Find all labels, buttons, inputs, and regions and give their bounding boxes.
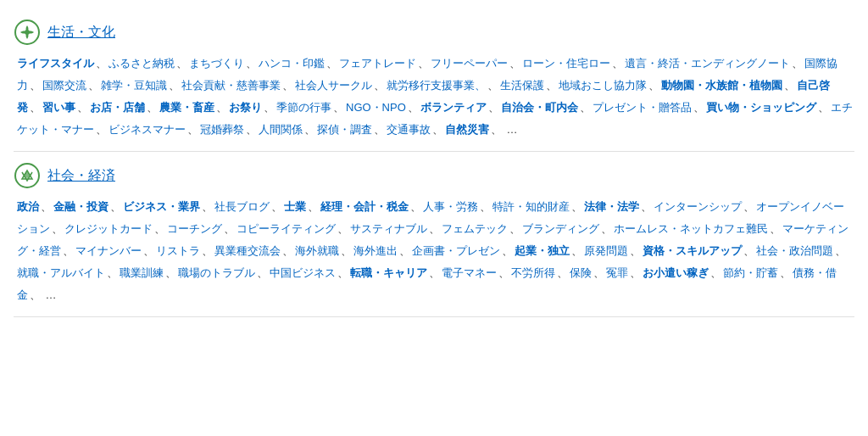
list-item[interactable]: プレゼント・贈答品 (593, 101, 692, 114)
list-item[interactable]: ボランティア (420, 101, 487, 114)
section-content-society: 政治、金融・投資、ビジネス・業界、社長ブログ、士業、経理・会計・税金、人事・労務… (14, 196, 854, 306)
separator: 、 (784, 79, 795, 92)
separator: 、 (107, 266, 118, 279)
list-item[interactable]: 季節の行事 (276, 101, 331, 114)
list-item[interactable]: リストラ (156, 244, 200, 257)
page-container: 生活・文化ライフスタイル、ふるさと納税、まちづくり、ハンコ・印鑑、フェアトレード… (0, 0, 868, 326)
separator: 、 (52, 222, 63, 235)
list-item[interactable]: ハンコ・印鑑 (259, 57, 325, 70)
list-item[interactable]: 生活保護 (500, 79, 544, 92)
list-item[interactable]: ライフスタイル (17, 57, 94, 70)
list-item[interactable]: お小遣い稼ぎ (643, 266, 709, 279)
list-item[interactable]: ブランディング (522, 222, 599, 235)
list-item[interactable]: 動物園・水族館・植物園 (661, 79, 782, 92)
list-item[interactable]: ビジネス・業界 (123, 200, 200, 213)
list-item[interactable]: NGO・NPO (346, 101, 406, 114)
list-item[interactable]: クレジットカード (64, 222, 153, 235)
list-item[interactable]: 不労所得 (511, 266, 555, 279)
list-item[interactable]: 社会人サークル (295, 79, 372, 92)
separator: 、 (818, 101, 829, 114)
list-item[interactable]: 人間関係 (259, 123, 303, 136)
separator: 、 (509, 57, 520, 70)
list-item[interactable]: 海外就職 (295, 244, 339, 257)
list-item[interactable]: ローン・住宅ロー (522, 57, 610, 70)
list-item[interactable]: 就労移行支援事業、 (387, 79, 486, 92)
list-item[interactable]: インターンシップ (654, 200, 742, 213)
list-item[interactable]: フェアトレード (339, 57, 416, 70)
list-item[interactable]: 買い物・ショッピング (706, 101, 816, 114)
list-item[interactable]: サスティナブル (350, 222, 427, 235)
list-item[interactable]: 雑学・豆知識 (101, 79, 167, 92)
separator: 、 (154, 222, 165, 235)
separator: 、 (143, 244, 154, 257)
list-item[interactable]: 法律・法学 (584, 200, 639, 213)
separator: 、 (333, 101, 344, 114)
separator: 、 (282, 244, 293, 257)
list-item[interactable]: 社長ブログ (214, 200, 270, 213)
separator: 、 (304, 123, 315, 136)
list-item[interactable]: ふるさと納税 (108, 57, 175, 70)
separator: 、 (710, 266, 721, 279)
list-item[interactable]: 探偵・調査 (317, 123, 372, 136)
list-item[interactable]: フェムテック (442, 222, 508, 235)
list-item[interactable]: 冤罪 (606, 266, 628, 279)
list-item[interactable]: 就職・アルバイト (17, 266, 105, 279)
list-item[interactable]: 人事・労務 (423, 200, 478, 213)
list-item[interactable]: 自治会・町内会 (501, 101, 578, 114)
list-item[interactable]: 職業訓練 (120, 266, 164, 279)
ellipsis: … (42, 288, 57, 301)
list-item[interactable]: ホームレス・ネットカフェ難民 (614, 222, 768, 235)
list-item[interactable]: 自然災害 (445, 123, 489, 136)
separator: 、 (491, 123, 502, 136)
list-item[interactable]: 特許・知的財産 (492, 200, 570, 213)
separator: 、 (374, 79, 385, 92)
separator: 、 (246, 123, 257, 136)
separator: 、 (502, 244, 513, 257)
list-item[interactable]: コーチング (167, 222, 222, 235)
list-item[interactable]: 節約・貯蓄 (723, 266, 778, 279)
list-item[interactable]: 転職・キャリア (350, 266, 427, 279)
separator: 、 (282, 79, 293, 92)
separator: 、 (77, 101, 88, 114)
list-item[interactable]: お祭り (229, 101, 262, 114)
list-item[interactable]: コピーライティング (236, 222, 336, 235)
section-title-society[interactable]: 社会・経済 (47, 167, 115, 185)
list-item[interactable]: 交通事故 (387, 123, 431, 136)
list-item[interactable]: 社会貢献・慈善事業 (181, 79, 281, 92)
list-item[interactable]: 異業種交流会 (214, 244, 281, 257)
separator: 、 (601, 222, 612, 235)
list-item[interactable]: 企画書・プレゼン (412, 244, 500, 257)
list-item[interactable]: 保険 (570, 266, 592, 279)
list-item[interactable]: 金融・投資 (53, 200, 108, 213)
separator: 、 (835, 244, 846, 257)
separator: 、 (580, 101, 591, 114)
list-item[interactable]: 経理・会計・税金 (320, 200, 409, 213)
list-item[interactable]: 海外進出 (353, 244, 398, 257)
section-title-lifestyle[interactable]: 生活・文化 (47, 24, 115, 42)
list-item[interactable]: 政治 (17, 200, 39, 213)
list-item[interactable]: 農業・畜産 (159, 101, 214, 114)
separator: 、 (593, 266, 604, 279)
separator: 、 (410, 200, 421, 213)
list-item[interactable]: 職場のトラブル (178, 266, 255, 279)
list-item[interactable]: マイナンバー (75, 244, 142, 257)
list-item[interactable]: 原発問題 (584, 244, 628, 257)
list-item[interactable]: 起業・独立 (515, 244, 570, 257)
list-item[interactable]: 国際交流 (42, 79, 86, 92)
separator: 、 (41, 200, 52, 213)
list-item[interactable]: 遺言・終活・エンディングノート (625, 57, 790, 70)
list-item[interactable]: 社会・政治問題 (756, 244, 833, 257)
list-item[interactable]: 士業 (284, 200, 306, 213)
list-item[interactable]: お店・店舗 (90, 101, 145, 114)
list-item[interactable]: 冠婚葬祭 (200, 123, 244, 136)
list-item[interactable]: 習い事 (42, 101, 75, 114)
list-item[interactable]: まちづくり (189, 57, 244, 70)
list-item[interactable]: フリーペーパー (431, 57, 508, 70)
list-item[interactable]: 資格・スキルアップ (643, 244, 742, 257)
separator: 、 (743, 244, 754, 257)
list-item[interactable]: ビジネスマナー (108, 123, 186, 136)
list-item[interactable]: 中国ビジネス (270, 266, 336, 279)
separator: 、 (88, 79, 99, 92)
list-item[interactable]: 電子マネー (442, 266, 497, 279)
list-item[interactable]: 地域おこし協力隊 (559, 79, 647, 92)
